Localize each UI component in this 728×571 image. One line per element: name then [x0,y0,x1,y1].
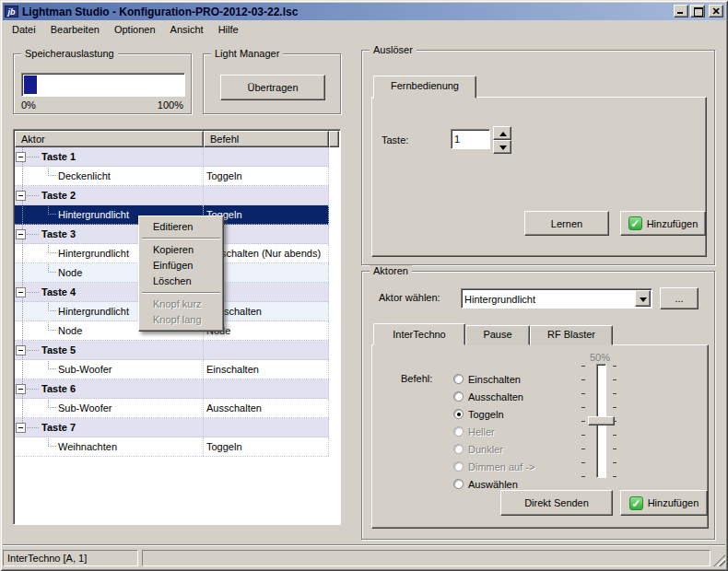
context-menu-item-einf-gen[interactable]: Einfügen [141,258,221,274]
actor-select-label: Aktor wählen: [379,292,440,303]
ausloeser-group: Auslöser Fernbedienung Taste: Lernen Hin… [361,50,715,265]
list-row-sub-woofer-13[interactable]: Sub-WooferAusschalten [15,399,329,418]
radio-einschalten[interactable]: Einschalten [453,372,521,386]
actor-label: Hintergrundlicht [58,209,129,220]
list-row-weihnachten-15[interactable]: WeihnachtenToggeln [15,437,329,457]
actor-label: Hintergrundlicht [58,306,129,317]
column-header-befehl[interactable]: Befehl [204,131,329,147]
radio-ausw-hlen[interactable]: Auswählen [453,477,518,491]
menu-item-datei[interactable]: Datei [5,22,43,39]
close-button[interactable] [709,5,723,17]
aktoren-add-button[interactable]: Hinzufügen [620,490,708,516]
tree-connector-icon [48,399,56,408]
list-row-deckenlicht-1[interactable]: DeckenlichtToggeln [15,167,329,186]
context-menu-item-kopieren[interactable]: Kopieren [141,242,221,258]
tab-intertechno[interactable]: InterTechno [373,323,465,345]
radio-circle-icon [453,409,464,419]
list-row-taste-7-14[interactable]: Taste 7 [15,418,329,437]
actor-label: Weihnachten [58,441,117,452]
minimize-button[interactable] [674,5,688,17]
learn-button[interactable]: Lernen [524,211,609,236]
list-row-taste-2-2[interactable]: Taste 2 [15,186,329,205]
menu-item-ansicht[interactable]: Ansicht [163,22,211,39]
actor-label: Taste 6 [41,383,76,394]
actor-list-rows: Taste 1DeckenlichtToggelnTaste 2Hintergr… [15,147,339,523]
expand-minus-icon[interactable] [16,287,26,297]
radio-heller: Heller [453,425,495,438]
cell-aktor: Taste 2 [15,186,204,204]
slider-thumb[interactable] [588,416,615,425]
aktoren-group: Aktoren Aktor wählen: Hintergrundlicht .… [361,271,715,540]
expand-minus-icon[interactable] [16,152,26,162]
resize-grip[interactable] [713,554,725,566]
check-icon [628,216,642,230]
context-menu-item-editieren[interactable]: Editieren [141,219,221,235]
list-row-taste-6-12[interactable]: Taste 6 [15,379,329,399]
tree-connector-icon [48,244,56,253]
tab-rf-blaster[interactable]: RF Blaster [530,325,613,345]
expand-minus-icon[interactable] [16,229,26,239]
tab-fernbedienung[interactable]: Fernbedienung [373,76,476,99]
memory-max-label: 100% [158,99,183,111]
expand-minus-icon[interactable] [16,345,26,355]
menu-item-optionen[interactable]: Optionen [107,22,163,39]
actor-label: Sub-Woofer [58,402,112,414]
ausloeser-add-button-label: Hinzufügen [647,218,699,229]
radio-ausschalten[interactable]: Ausschalten [453,390,523,403]
taste-spin-up-icon[interactable] [493,126,511,140]
tree-dash [27,427,39,428]
cell-befehl [204,418,329,437]
menu-item-hilfe[interactable]: Hilfe [211,22,246,39]
befehl-value: Toggeln [206,170,242,181]
column-header-aktor[interactable]: Aktor [15,131,204,147]
transfer-button[interactable]: Übertragen [220,75,325,100]
actor-label: Node [58,267,82,278]
tree-connector-icon [48,302,56,311]
context-menu: EditierenKopierenEinfügenLöschenKnopf ku… [138,216,224,332]
direct-send-button[interactable]: Direkt Senden [500,490,613,516]
taste-input[interactable] [451,129,490,149]
expand-minus-icon[interactable] [16,191,26,201]
actor-more-button[interactable]: ... [660,287,699,309]
column-header-filler [329,131,339,147]
maximize-button[interactable] [690,5,705,17]
tree-connector-icon [48,167,56,176]
status-panel-2 [142,550,710,566]
ausloeser-group-title: Auslöser [370,44,417,55]
aktoren-add-button-label: Hinzufügen [648,497,699,508]
tree-connector-icon [48,360,56,369]
taste-spin-down-icon[interactable] [493,140,511,154]
tab-pause[interactable]: Pause [465,325,530,345]
cell-aktor: Taste 7 [15,418,204,437]
radio-circle-icon [453,479,464,489]
cell-aktor: Taste 6 [15,379,204,398]
expand-minus-icon[interactable] [16,423,26,433]
tree-dash [27,292,39,293]
cell-aktor: Sub-Woofer [15,360,204,379]
fernbedienung-tab-page: Taste: Lernen Hinzufügen [371,97,707,257]
radio-label: Toggeln [468,409,504,420]
radio-label: Heller [468,426,495,437]
tree-connector-icon [48,263,56,273]
title-bar: jb Lightman Studio - Konfiguration-PRO-2… [3,3,725,20]
cell-befehl: Ausschalten [204,399,329,417]
expand-minus-icon[interactable] [16,384,26,394]
combobox-dropdown-icon[interactable] [635,290,651,307]
taste-label: Taste: [382,134,408,146]
memory-min-label: 0% [21,99,36,111]
list-row-taste-1-0[interactable]: Taste 1 [15,147,329,167]
actor-label: Deckenlicht [58,170,111,181]
ausloeser-add-button[interactable]: Hinzufügen [620,211,706,236]
app-icon: jb [5,6,18,17]
radio-toggeln[interactable]: Toggeln [453,407,504,421]
list-row-sub-woofer-11[interactable]: Sub-WooferEinschalten [15,360,329,379]
intertechno-tab-page: Befehl: EinschaltenAusschaltenToggelnHel… [371,344,709,529]
list-row-taste-5-10[interactable]: Taste 5 [15,341,329,360]
menu-item-bearbeiten[interactable]: Bearbeiten [43,22,107,39]
memory-progress-fill [24,76,37,94]
cell-befehl: Toggeln [204,167,329,185]
actor-combobox[interactable]: Hintergrundlicht [461,288,652,309]
cell-befehl [204,186,329,204]
cell-befehl [204,341,329,359]
context-menu-item-l-schen[interactable]: Löschen [141,274,221,289]
